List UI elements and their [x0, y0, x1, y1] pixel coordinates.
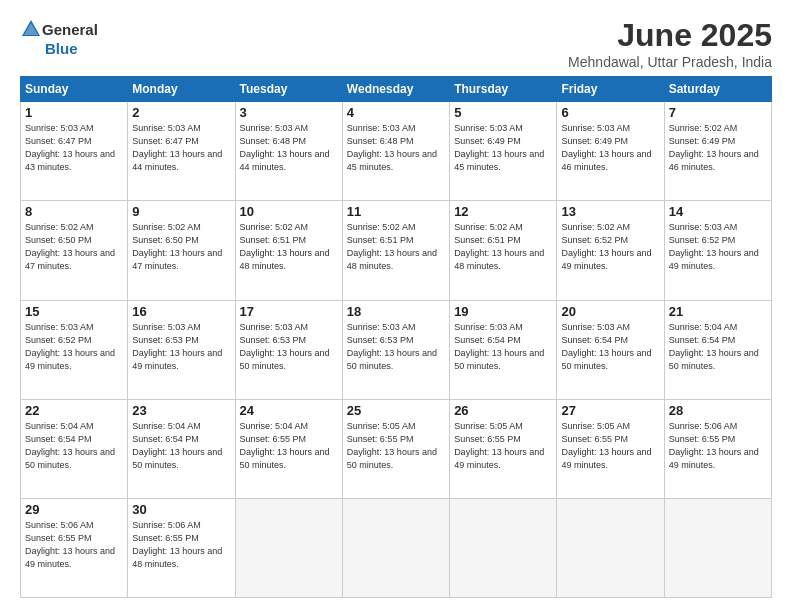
- cell-info: Sunrise: 5:04 AMSunset: 6:54 PMDaylight:…: [132, 421, 222, 470]
- table-row: 3 Sunrise: 5:03 AMSunset: 6:48 PMDayligh…: [235, 102, 342, 201]
- cell-info: Sunrise: 5:03 AMSunset: 6:48 PMDaylight:…: [347, 123, 437, 172]
- col-wednesday: Wednesday: [342, 77, 449, 102]
- day-number: 28: [669, 403, 767, 418]
- table-row: 28 Sunrise: 5:06 AMSunset: 6:55 PMDaylig…: [664, 399, 771, 498]
- day-number: 6: [561, 105, 659, 120]
- cell-info: Sunrise: 5:06 AMSunset: 6:55 PMDaylight:…: [669, 421, 759, 470]
- logo-general: General: [42, 21, 98, 38]
- logo-icon: [20, 18, 42, 40]
- table-row: [342, 498, 449, 597]
- table-row: 14 Sunrise: 5:03 AMSunset: 6:52 PMDaylig…: [664, 201, 771, 300]
- day-number: 14: [669, 204, 767, 219]
- calendar-header-row: Sunday Monday Tuesday Wednesday Thursday…: [21, 77, 772, 102]
- table-row: [664, 498, 771, 597]
- col-sunday: Sunday: [21, 77, 128, 102]
- day-number: 30: [132, 502, 230, 517]
- cell-info: Sunrise: 5:03 AMSunset: 6:53 PMDaylight:…: [132, 322, 222, 371]
- table-row: [450, 498, 557, 597]
- day-number: 21: [669, 304, 767, 319]
- col-saturday: Saturday: [664, 77, 771, 102]
- cell-info: Sunrise: 5:05 AMSunset: 6:55 PMDaylight:…: [561, 421, 651, 470]
- day-number: 9: [132, 204, 230, 219]
- cell-info: Sunrise: 5:02 AMSunset: 6:51 PMDaylight:…: [347, 222, 437, 271]
- table-row: [235, 498, 342, 597]
- table-row: 13 Sunrise: 5:02 AMSunset: 6:52 PMDaylig…: [557, 201, 664, 300]
- calendar-row: 1 Sunrise: 5:03 AMSunset: 6:47 PMDayligh…: [21, 102, 772, 201]
- table-row: 2 Sunrise: 5:03 AMSunset: 6:47 PMDayligh…: [128, 102, 235, 201]
- day-number: 22: [25, 403, 123, 418]
- day-number: 2: [132, 105, 230, 120]
- table-row: 15 Sunrise: 5:03 AMSunset: 6:52 PMDaylig…: [21, 300, 128, 399]
- day-number: 17: [240, 304, 338, 319]
- col-tuesday: Tuesday: [235, 77, 342, 102]
- cell-info: Sunrise: 5:06 AMSunset: 6:55 PMDaylight:…: [132, 520, 222, 569]
- day-number: 24: [240, 403, 338, 418]
- cell-info: Sunrise: 5:02 AMSunset: 6:50 PMDaylight:…: [132, 222, 222, 271]
- calendar-table: Sunday Monday Tuesday Wednesday Thursday…: [20, 76, 772, 598]
- day-number: 29: [25, 502, 123, 517]
- page: General Blue June 2025 Mehndawal, Uttar …: [0, 0, 792, 612]
- table-row: 16 Sunrise: 5:03 AMSunset: 6:53 PMDaylig…: [128, 300, 235, 399]
- day-number: 11: [347, 204, 445, 219]
- day-number: 7: [669, 105, 767, 120]
- table-row: 11 Sunrise: 5:02 AMSunset: 6:51 PMDaylig…: [342, 201, 449, 300]
- cell-info: Sunrise: 5:03 AMSunset: 6:52 PMDaylight:…: [669, 222, 759, 271]
- cell-info: Sunrise: 5:03 AMSunset: 6:52 PMDaylight:…: [25, 322, 115, 371]
- cell-info: Sunrise: 5:04 AMSunset: 6:54 PMDaylight:…: [669, 322, 759, 371]
- table-row: 29 Sunrise: 5:06 AMSunset: 6:55 PMDaylig…: [21, 498, 128, 597]
- cell-info: Sunrise: 5:03 AMSunset: 6:47 PMDaylight:…: [132, 123, 222, 172]
- table-row: [557, 498, 664, 597]
- table-row: 12 Sunrise: 5:02 AMSunset: 6:51 PMDaylig…: [450, 201, 557, 300]
- calendar-row: 8 Sunrise: 5:02 AMSunset: 6:50 PMDayligh…: [21, 201, 772, 300]
- table-row: 9 Sunrise: 5:02 AMSunset: 6:50 PMDayligh…: [128, 201, 235, 300]
- calendar-row: 15 Sunrise: 5:03 AMSunset: 6:52 PMDaylig…: [21, 300, 772, 399]
- day-number: 12: [454, 204, 552, 219]
- day-number: 5: [454, 105, 552, 120]
- day-number: 20: [561, 304, 659, 319]
- day-number: 1: [25, 105, 123, 120]
- table-row: 27 Sunrise: 5:05 AMSunset: 6:55 PMDaylig…: [557, 399, 664, 498]
- table-row: 26 Sunrise: 5:05 AMSunset: 6:55 PMDaylig…: [450, 399, 557, 498]
- table-row: 20 Sunrise: 5:03 AMSunset: 6:54 PMDaylig…: [557, 300, 664, 399]
- cell-info: Sunrise: 5:02 AMSunset: 6:51 PMDaylight:…: [240, 222, 330, 271]
- cell-info: Sunrise: 5:03 AMSunset: 6:49 PMDaylight:…: [561, 123, 651, 172]
- day-number: 13: [561, 204, 659, 219]
- cell-info: Sunrise: 5:05 AMSunset: 6:55 PMDaylight:…: [454, 421, 544, 470]
- day-number: 23: [132, 403, 230, 418]
- calendar-row: 29 Sunrise: 5:06 AMSunset: 6:55 PMDaylig…: [21, 498, 772, 597]
- cell-info: Sunrise: 5:02 AMSunset: 6:49 PMDaylight:…: [669, 123, 759, 172]
- table-row: 19 Sunrise: 5:03 AMSunset: 6:54 PMDaylig…: [450, 300, 557, 399]
- col-thursday: Thursday: [450, 77, 557, 102]
- day-number: 27: [561, 403, 659, 418]
- table-row: 4 Sunrise: 5:03 AMSunset: 6:48 PMDayligh…: [342, 102, 449, 201]
- table-row: 23 Sunrise: 5:04 AMSunset: 6:54 PMDaylig…: [128, 399, 235, 498]
- table-row: 7 Sunrise: 5:02 AMSunset: 6:49 PMDayligh…: [664, 102, 771, 201]
- logo-blue: Blue: [45, 40, 78, 57]
- day-number: 25: [347, 403, 445, 418]
- title-block: June 2025 Mehndawal, Uttar Pradesh, Indi…: [568, 18, 772, 70]
- day-number: 26: [454, 403, 552, 418]
- main-title: June 2025: [568, 18, 772, 53]
- cell-info: Sunrise: 5:02 AMSunset: 6:52 PMDaylight:…: [561, 222, 651, 271]
- cell-info: Sunrise: 5:06 AMSunset: 6:55 PMDaylight:…: [25, 520, 115, 569]
- cell-info: Sunrise: 5:03 AMSunset: 6:54 PMDaylight:…: [454, 322, 544, 371]
- table-row: 10 Sunrise: 5:02 AMSunset: 6:51 PMDaylig…: [235, 201, 342, 300]
- day-number: 10: [240, 204, 338, 219]
- day-number: 18: [347, 304, 445, 319]
- col-friday: Friday: [557, 77, 664, 102]
- table-row: 6 Sunrise: 5:03 AMSunset: 6:49 PMDayligh…: [557, 102, 664, 201]
- table-row: 18 Sunrise: 5:03 AMSunset: 6:53 PMDaylig…: [342, 300, 449, 399]
- day-number: 16: [132, 304, 230, 319]
- logo: General Blue: [20, 18, 98, 57]
- calendar-row: 22 Sunrise: 5:04 AMSunset: 6:54 PMDaylig…: [21, 399, 772, 498]
- cell-info: Sunrise: 5:03 AMSunset: 6:54 PMDaylight:…: [561, 322, 651, 371]
- header: General Blue June 2025 Mehndawal, Uttar …: [20, 18, 772, 70]
- table-row: 30 Sunrise: 5:06 AMSunset: 6:55 PMDaylig…: [128, 498, 235, 597]
- cell-info: Sunrise: 5:03 AMSunset: 6:48 PMDaylight:…: [240, 123, 330, 172]
- cell-info: Sunrise: 5:02 AMSunset: 6:50 PMDaylight:…: [25, 222, 115, 271]
- day-number: 15: [25, 304, 123, 319]
- day-number: 4: [347, 105, 445, 120]
- table-row: 5 Sunrise: 5:03 AMSunset: 6:49 PMDayligh…: [450, 102, 557, 201]
- cell-info: Sunrise: 5:05 AMSunset: 6:55 PMDaylight:…: [347, 421, 437, 470]
- day-number: 3: [240, 105, 338, 120]
